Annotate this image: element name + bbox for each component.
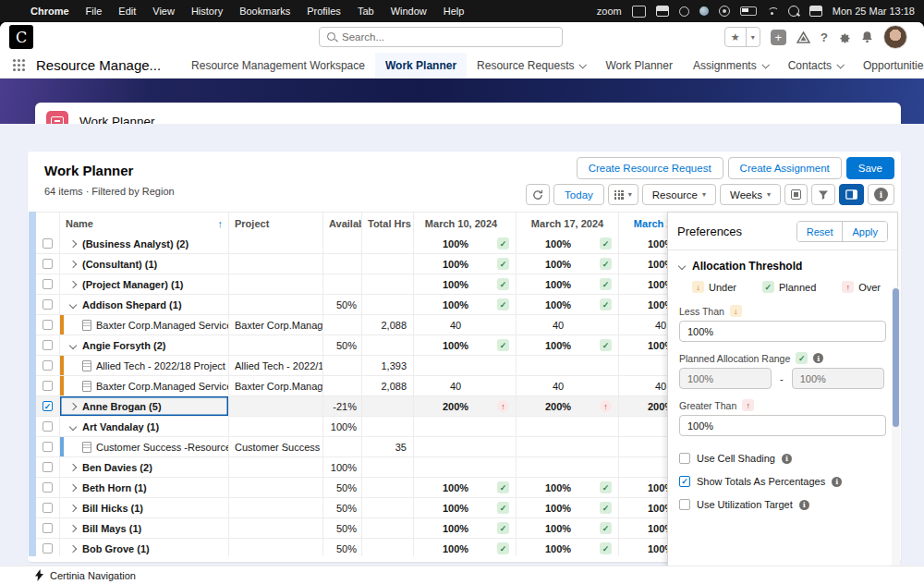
today-button[interactable]: Today — [553, 184, 604, 205]
menu-view[interactable]: View — [144, 6, 183, 17]
menu-edit[interactable]: Edit — [110, 6, 144, 17]
week-column-header-1[interactable]: March 10, 2024 — [414, 213, 517, 234]
row-checkbox[interactable] — [43, 340, 53, 350]
expand-chevron-icon[interactable] — [69, 402, 77, 409]
scrollbar-thumb[interactable] — [893, 288, 899, 427]
week-cell-2[interactable]: 100%✓ — [517, 539, 619, 556]
menu-history[interactable]: History — [183, 6, 231, 17]
week-cell-1[interactable]: 100%✓ — [414, 254, 517, 274]
expand-chevron-icon[interactable] — [69, 260, 77, 267]
nav-tab-opportunities[interactable]: Opportunities — [853, 53, 924, 78]
expand-chevron-icon[interactable] — [69, 544, 77, 552]
help-icon[interactable]: ? — [821, 30, 828, 44]
calendar-picker-button[interactable]: ▾ — [608, 184, 638, 205]
week-cell-1[interactable]: 100%✓ — [414, 295, 517, 314]
pref-row-use-utilization-target[interactable]: Use Utilization Targeti — [679, 499, 886, 510]
info-icon[interactable]: i — [799, 500, 809, 510]
globe-icon[interactable] — [699, 6, 709, 16]
display-icon[interactable] — [632, 6, 646, 18]
row-checkbox[interactable] — [43, 421, 53, 432]
record-icon[interactable] — [719, 6, 730, 17]
row-checkbox[interactable] — [43, 543, 53, 554]
week-cell-2[interactable]: 100%✓ — [517, 254, 619, 274]
week-cell-2[interactable]: 100%✓ — [517, 335, 619, 355]
allocation-threshold-section[interactable]: Allocation Threshold — [679, 260, 886, 273]
week-cell-1[interactable]: 100%✓ — [414, 274, 517, 294]
info-icon[interactable]: i — [782, 454, 792, 464]
app-launcher-icon[interactable] — [13, 59, 25, 72]
stage-manager-icon[interactable] — [656, 6, 669, 17]
menu-profiles[interactable]: Profiles — [298, 6, 349, 17]
week-cell-2[interactable]: 100%✓ — [517, 498, 619, 517]
utilization-view-button[interactable] — [784, 184, 808, 205]
section-collapse-chevron[interactable] — [678, 262, 686, 270]
group-by-resource-dropdown[interactable]: Resource▾ — [642, 184, 716, 205]
greater-than-input[interactable]: 100% — [679, 415, 886, 436]
menu-tab[interactable]: Tab — [349, 6, 383, 17]
info-icon[interactable]: i — [832, 477, 842, 487]
notifications-bell-icon[interactable] — [861, 30, 873, 43]
expand-chevron-icon[interactable] — [69, 504, 77, 511]
row-checkbox[interactable]: ✓ — [43, 401, 53, 411]
week-cell-1[interactable] — [414, 437, 517, 456]
week-cell-1[interactable] — [414, 356, 517, 375]
week-cell-1[interactable]: 40 — [414, 376, 517, 395]
nav-tab-work-planner[interactable]: Work Planner — [375, 53, 467, 78]
control-center-icon[interactable] — [809, 6, 822, 17]
week-cell-1[interactable]: 100%✓ — [414, 335, 517, 355]
menu-file[interactable]: File — [78, 6, 111, 17]
row-checkbox[interactable] — [43, 462, 53, 472]
week-cell-2[interactable]: 100%✓ — [517, 518, 619, 538]
nav-tab-assignments[interactable]: Assignments — [683, 53, 778, 78]
create-resource-request-button[interactable]: Create Resource Request — [577, 157, 723, 179]
menubar-clock[interactable]: Mon 25 Mar 13:18 — [833, 6, 915, 17]
info-button[interactable]: i — [868, 184, 894, 205]
row-checkbox[interactable] — [43, 299, 53, 310]
expand-chevron-icon[interactable] — [69, 280, 77, 287]
week-cell-1[interactable] — [414, 417, 517, 436]
week-cell-2[interactable] — [517, 417, 619, 436]
nav-tab-contacts[interactable]: Contacts — [778, 53, 853, 78]
checkbox-use-utilization-target[interactable] — [679, 499, 690, 510]
row-checkbox[interactable] — [43, 381, 53, 391]
global-search-input[interactable]: Search... — [319, 27, 563, 47]
week-cell-1[interactable]: 100%✓ — [414, 498, 517, 517]
preferences-panel-toggle[interactable] — [839, 184, 864, 205]
expand-chevron-icon[interactable] — [69, 239, 77, 247]
row-checkbox[interactable] — [43, 279, 53, 289]
expand-chevron-icon[interactable] — [69, 463, 77, 470]
row-checkbox[interactable] — [43, 238, 53, 249]
week-cell-1[interactable]: 100%✓ — [414, 478, 517, 497]
setup-gear-icon[interactable] — [838, 30, 851, 43]
collapse-chevron-icon[interactable] — [69, 341, 77, 348]
menu-window[interactable]: Window — [383, 6, 435, 17]
quick-create-button[interactable]: + — [771, 30, 786, 45]
week-cell-2[interactable]: 100%✓ — [517, 234, 619, 253]
collapse-chevron-icon[interactable] — [69, 300, 77, 308]
row-checkbox[interactable] — [43, 503, 53, 513]
expand-chevron-icon[interactable] — [69, 483, 77, 491]
row-checkbox[interactable] — [43, 320, 53, 330]
menu-help[interactable]: Help — [435, 6, 473, 17]
week-cell-2[interactable]: 40 — [517, 376, 619, 395]
week-cell-2[interactable]: 100%✓ — [517, 295, 619, 314]
refresh-button[interactable] — [526, 184, 550, 205]
week-cell-2[interactable]: 100%✓ — [517, 478, 619, 497]
row-checkbox[interactable] — [43, 442, 53, 452]
row-checkbox[interactable] — [43, 259, 53, 269]
guidance-center-icon[interactable] — [796, 31, 810, 43]
week-cell-1[interactable]: 100%✓ — [414, 539, 517, 556]
week-cell-1[interactable]: 100%✓ — [414, 518, 517, 538]
checkbox-use-cell-shading[interactable] — [679, 453, 690, 464]
vertical-scrollbar[interactable] — [892, 286, 900, 584]
checkbox-show-totals-as-percentages[interactable]: ✓ — [679, 476, 690, 487]
filter-button[interactable] — [811, 184, 835, 205]
week-column-header-2[interactable]: March 17, 2024 — [517, 213, 619, 234]
create-assignment-button[interactable]: Create Assignment — [728, 157, 842, 179]
favorites-star-icon[interactable]: ★ — [725, 28, 746, 46]
user-avatar[interactable] — [883, 25, 907, 49]
wifi-icon[interactable] — [767, 7, 778, 16]
nav-tab-work-planner[interactable]: Work Planner — [595, 53, 682, 78]
project-column-header[interactable]: Project — [229, 213, 323, 234]
range-info-icon[interactable]: i — [813, 353, 823, 363]
